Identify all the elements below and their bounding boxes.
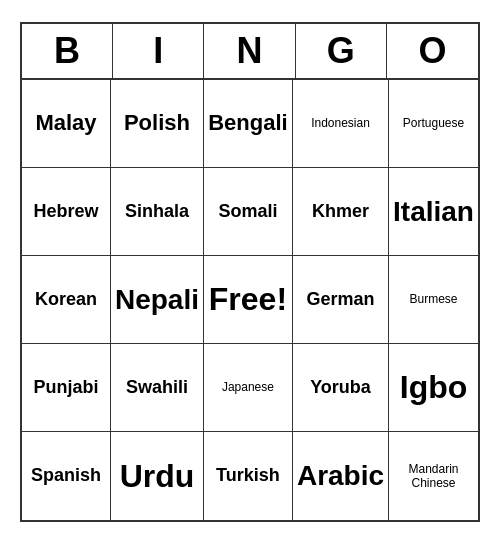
cell-label: Sinhala: [125, 201, 189, 223]
cell-label: Indonesian: [311, 116, 370, 130]
bingo-grid: MalayPolishBengaliIndonesianPortugueseHe…: [22, 80, 478, 520]
header-letter: N: [204, 24, 295, 78]
bingo-cell: Swahili: [111, 344, 204, 432]
cell-label: Yoruba: [310, 377, 371, 399]
bingo-card: BINGO MalayPolishBengaliIndonesianPortug…: [20, 22, 480, 522]
bingo-cell: Arabic: [293, 432, 389, 520]
cell-label: German: [306, 289, 374, 311]
cell-label: Khmer: [312, 201, 369, 223]
cell-label: Free!: [209, 280, 287, 318]
bingo-cell: Punjabi: [22, 344, 111, 432]
cell-label: Malay: [35, 110, 96, 136]
cell-label: Swahili: [126, 377, 188, 399]
bingo-cell: Spanish: [22, 432, 111, 520]
bingo-cell: Yoruba: [293, 344, 389, 432]
cell-label: Urdu: [120, 457, 195, 495]
header-letter: I: [113, 24, 204, 78]
bingo-cell: Sinhala: [111, 168, 204, 256]
bingo-cell: German: [293, 256, 389, 344]
cell-label: Burmese: [410, 292, 458, 306]
cell-label: Somali: [218, 201, 277, 223]
bingo-cell: Mandarin Chinese: [389, 432, 478, 520]
header-letter: B: [22, 24, 113, 78]
bingo-cell: Malay: [22, 80, 111, 168]
bingo-cell: Urdu: [111, 432, 204, 520]
bingo-cell: Indonesian: [293, 80, 389, 168]
cell-label: Arabic: [297, 459, 384, 493]
cell-label: Bengali: [208, 110, 287, 136]
bingo-cell: Somali: [204, 168, 293, 256]
bingo-cell: Polish: [111, 80, 204, 168]
bingo-cell: Burmese: [389, 256, 478, 344]
cell-label: Polish: [124, 110, 190, 136]
bingo-cell: Free!: [204, 256, 293, 344]
bingo-cell: Turkish: [204, 432, 293, 520]
cell-label: Portuguese: [403, 116, 464, 130]
bingo-cell: Igbo: [389, 344, 478, 432]
cell-label: Igbo: [400, 368, 468, 406]
bingo-cell: Japanese: [204, 344, 293, 432]
bingo-cell: Nepali: [111, 256, 204, 344]
cell-label: Mandarin Chinese: [393, 462, 474, 491]
bingo-cell: Hebrew: [22, 168, 111, 256]
cell-label: Korean: [35, 289, 97, 311]
bingo-cell: Italian: [389, 168, 478, 256]
header-letter: O: [387, 24, 478, 78]
cell-label: Hebrew: [33, 201, 98, 223]
cell-label: Japanese: [222, 380, 274, 394]
bingo-cell: Bengali: [204, 80, 293, 168]
cell-label: Italian: [393, 195, 474, 229]
cell-label: Turkish: [216, 465, 280, 487]
bingo-cell: Portuguese: [389, 80, 478, 168]
header-letter: G: [296, 24, 387, 78]
bingo-cell: Khmer: [293, 168, 389, 256]
bingo-cell: Korean: [22, 256, 111, 344]
cell-label: Punjabi: [33, 377, 98, 399]
cell-label: Nepali: [115, 283, 199, 317]
cell-label: Spanish: [31, 465, 101, 487]
bingo-header: BINGO: [22, 24, 478, 80]
